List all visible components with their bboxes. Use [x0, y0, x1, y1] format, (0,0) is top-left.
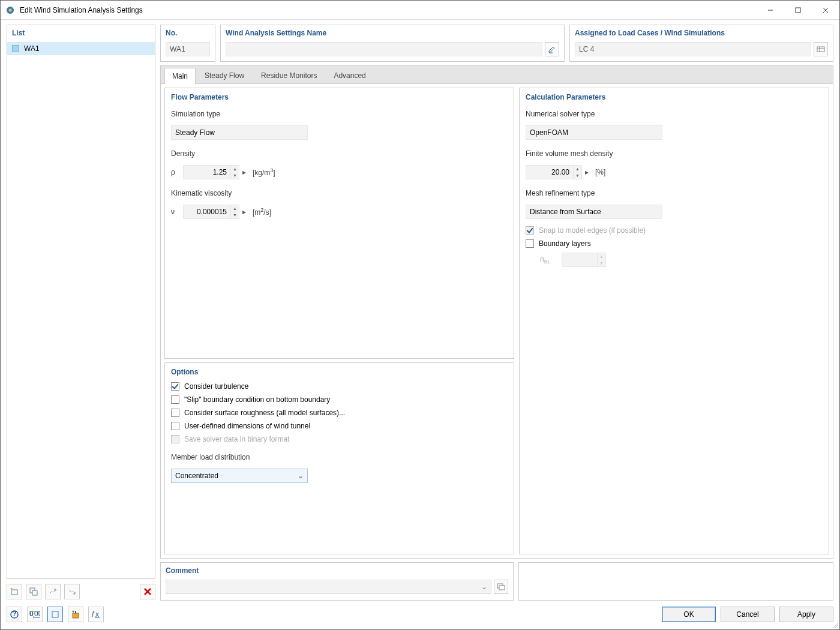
assigned-label: Assigned to Load Cases / Wind Simulation… [575, 28, 828, 42]
chk-label: Consider turbulence [184, 382, 248, 391]
flow-title: Flow Parameters [171, 93, 508, 101]
checkbox-icon [526, 226, 534, 235]
list-item[interactable]: WA1 [7, 42, 155, 55]
mld-dropdown[interactable]: Concentrated ⌄ [171, 469, 308, 483]
resize-grip[interactable] [831, 621, 838, 628]
chk-boundary-layers[interactable]: Boundary layers [526, 239, 823, 248]
refine-label: Mesh refinement type [526, 189, 595, 197]
chk-label: Boundary layers [539, 239, 591, 248]
no-value: WA1 [170, 45, 185, 53]
density-value: 1.25 [213, 168, 227, 176]
kin-label: Kinematic viscosity [171, 189, 232, 197]
chk-user-tunnel[interactable]: User-defined dimensions of wind tunnel [171, 422, 508, 430]
options-title: Options [171, 368, 508, 376]
chk-slip[interactable]: "Slip" boundary condition on bottom boun… [171, 395, 508, 404]
chevron-down-icon: ⌄ [298, 472, 304, 480]
assigned-browse-button[interactable] [814, 42, 828, 56]
spinner-icon[interactable]: ▲▼ [574, 165, 582, 179]
no-label: No. [166, 28, 210, 42]
list-panel: List WA1 [7, 25, 155, 579]
svg-rect-25 [73, 613, 79, 618]
assigned-value: LC 4 [579, 45, 594, 53]
tab-steady-flow[interactable]: Steady Flow [197, 67, 252, 83]
calc-title: Calculation Parameters [526, 93, 823, 101]
comment-panel: Comment ⌄ [160, 562, 514, 601]
spinner-icon[interactable]: ▲▼ [231, 165, 239, 179]
mesh-density-input[interactable]: 20.00 ▲▼ ▸ [526, 165, 595, 179]
svg-text:f: f [92, 610, 95, 619]
maximize-button[interactable] [784, 1, 812, 20]
density-input[interactable]: 1.25 ▲▼ ▸ [183, 165, 253, 179]
chk-label: Save solver data in binary format [184, 435, 289, 443]
delete-item-button[interactable] [140, 584, 155, 599]
refine-field[interactable]: Distance from Surface [526, 205, 662, 219]
tool-button-3[interactable] [45, 584, 61, 599]
checkbox-icon [526, 239, 534, 248]
new-item-button[interactable] [7, 584, 22, 599]
blank-panel [518, 562, 833, 601]
rename-button[interactable] [545, 42, 559, 56]
comment-combo[interactable]: ⌄ [166, 580, 491, 594]
svg-rect-6 [11, 590, 17, 595]
comment-pick-button[interactable] [494, 580, 508, 594]
sim-type-value: Steady Flow [175, 128, 215, 137]
list-item-label: WA1 [24, 44, 40, 53]
chk-roughness[interactable]: Consider surface roughness (all model su… [171, 409, 508, 417]
tab-residue-monitors[interactable]: Residue Monitors [253, 67, 325, 83]
calc-parameters-group: Calculation Parameters Numerical solver … [519, 88, 829, 554]
refine-value: Distance from Surface [530, 208, 601, 216]
sim-type-label: Simulation type [171, 110, 220, 118]
nbl-symbol: nBL [540, 255, 562, 265]
units-button[interactable]: 0,00 [27, 607, 43, 622]
tool-button-4[interactable] [64, 584, 80, 599]
play-icon[interactable]: ▸ [239, 165, 249, 179]
sim-type-field[interactable]: Steady Flow [171, 125, 308, 140]
chevron-down-icon: ⌄ [481, 583, 487, 591]
svg-point-7 [11, 588, 13, 590]
mld-value: Concentrated [175, 472, 218, 480]
tab-label: Main [172, 72, 188, 80]
cancel-button[interactable]: Cancel [721, 607, 775, 622]
help-button[interactable]: ? [7, 607, 22, 622]
solver-field[interactable]: OpenFOAM [526, 125, 662, 140]
spinner-icon: ▲▼ [598, 253, 606, 267]
ok-button[interactable]: OK [662, 607, 716, 622]
view-mode-button[interactable] [47, 607, 63, 622]
assigned-panel: Assigned to Load Cases / Wind Simulation… [569, 25, 833, 62]
tab-advanced[interactable]: Advanced [326, 67, 373, 83]
tab-main[interactable]: Main [164, 68, 196, 84]
close-button[interactable] [812, 1, 839, 20]
spinner-icon[interactable]: ▲▼ [231, 205, 239, 219]
model-button[interactable] [68, 607, 83, 622]
chk-label: User-defined dimensions of wind tunnel [184, 422, 310, 430]
density-label: Density [171, 149, 195, 158]
dialog-footer: ? 0,00 fx OK Cancel Apply [7, 604, 833, 625]
minimize-button[interactable] [757, 1, 784, 20]
chk-label: "Slip" boundary condition on bottom boun… [184, 395, 330, 404]
kin-symbol: ν [171, 208, 183, 216]
density-unit: [kg/m3] [253, 167, 275, 177]
copy-item-button[interactable] [26, 584, 41, 599]
play-icon[interactable]: ▸ [582, 165, 592, 179]
window-title: Edit Wind Simulation Analysis Settings [20, 6, 757, 14]
apply-button[interactable]: Apply [779, 607, 833, 622]
button-label: Cancel [736, 610, 758, 619]
checkbox-icon [171, 409, 179, 417]
flow-parameters-group: Flow Parameters Simulation type Steady F… [164, 88, 514, 359]
list-title: List [7, 25, 155, 42]
mld-label: Member load distribution [171, 453, 250, 461]
play-icon[interactable]: ▸ [239, 205, 249, 219]
chk-label: Consider surface roughness (all model su… [184, 409, 345, 417]
no-panel: No. WA1 [160, 25, 215, 62]
no-field: WA1 [166, 42, 210, 56]
kin-input[interactable]: 0.000015 ▲▼ ▸ [183, 205, 253, 219]
tab-label: Steady Flow [205, 71, 244, 80]
nbl-input: ▲▼ [562, 253, 606, 267]
fx-button[interactable]: fx [88, 607, 104, 622]
name-field[interactable] [226, 42, 542, 56]
svg-rect-24 [52, 611, 58, 617]
chk-turbulence[interactable]: Consider turbulence [171, 382, 508, 391]
options-group: Options Consider turbulence "Slip" bound… [164, 362, 514, 554]
svg-rect-13 [817, 47, 824, 52]
chk-snap: Snap to model edges (if possible) [526, 226, 823, 235]
